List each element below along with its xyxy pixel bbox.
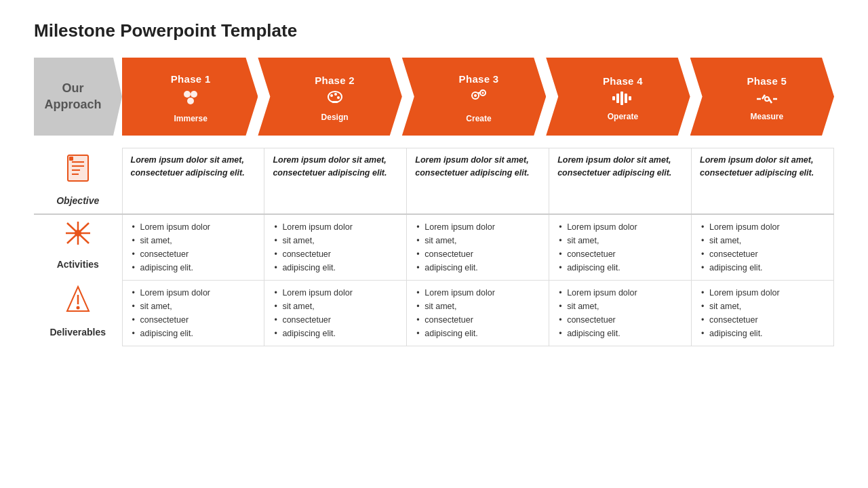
- phase-4-name: Operate: [608, 112, 638, 121]
- objective-cell-3: Lorem ipsum dolor sit amet, consectetuer…: [407, 148, 549, 214]
- svg-point-20: [765, 97, 769, 101]
- objective-cell-4: Lorem ipsum dolor sit amet, consectetuer…: [549, 148, 692, 214]
- svg-rect-29: [69, 157, 73, 161]
- activities-cell-5: Lorem ipsum dolor sit amet, consectetuer…: [692, 214, 834, 281]
- svg-rect-15: [620, 92, 623, 105]
- deliverables-cell-4: Lorem ipsum dolor sit amet, consectetuer…: [549, 280, 692, 346]
- activities-icon: [64, 220, 92, 255]
- svg-rect-13: [612, 96, 615, 100]
- deliverables-row: Deliverables Lorem ipsum dolor sit amet,…: [34, 280, 834, 346]
- svg-point-37: [76, 306, 79, 310]
- deliverables-icon: [66, 285, 90, 323]
- activities-row: Activities Lorem ipsum dolor sit amet, c…: [34, 214, 834, 281]
- objective-cell-2: Lorem ipsum dolor sit amet, consectetuer…: [264, 148, 407, 214]
- objective-row: Objective Lorem ipsum dolor sit amet, co…: [34, 148, 834, 214]
- phase-3-name: Create: [466, 114, 491, 123]
- svg-line-21: [769, 99, 772, 103]
- phase-chevron-row: OurApproach Phase 1 Immerse Phase 2: [34, 58, 834, 136]
- svg-point-5: [334, 93, 337, 96]
- phase-3-chevron: Phase 3 Create: [402, 58, 546, 136]
- svg-point-0: [184, 91, 191, 98]
- deliverables-cell-5: Lorem ipsum dolor sit amet, consectetuer…: [692, 280, 834, 346]
- svg-point-1: [191, 91, 197, 98]
- phase-5-icon: [755, 89, 778, 110]
- phase-5-label: Phase 5: [747, 75, 787, 87]
- phase-4-icon: [611, 89, 634, 110]
- activities-cell-4: Lorem ipsum dolor sit amet, consectetuer…: [549, 214, 692, 281]
- phase-2-name: Design: [321, 113, 349, 122]
- content-table: Objective Lorem ipsum dolor sit amet, co…: [34, 148, 834, 346]
- phase-2-icon: [325, 89, 345, 111]
- phases-container: Phase 1 Immerse Phase 2: [122, 58, 834, 136]
- deliverables-cell-2: Lorem ipsum dolor sit amet, consectetuer…: [264, 280, 407, 346]
- page-title: Milestone Powerpoint Template: [34, 20, 834, 41]
- phase-1-chevron: Phase 1 Immerse: [122, 58, 258, 136]
- activities-cell-2: Lorem ipsum dolor sit amet, consectetuer…: [264, 214, 407, 281]
- phase-4-chevron: Phase 4 Operate: [546, 58, 690, 136]
- phase-3-label: Phase 3: [459, 73, 499, 85]
- deliverables-header: Deliverables: [34, 280, 122, 346]
- deliverables-cell-3: Lorem ipsum dolor sit amet, consectetuer…: [407, 280, 549, 346]
- objective-title: Objective: [56, 194, 99, 208]
- phase-2-chevron: Phase 2 Design: [258, 58, 401, 136]
- objective-cell-1: Lorem ipsum dolor sit amet, consectetuer…: [122, 148, 264, 214]
- svg-point-34: [75, 230, 81, 237]
- svg-rect-14: [616, 94, 619, 103]
- approach-label: OurApproach: [34, 58, 122, 136]
- svg-point-11: [482, 92, 484, 94]
- svg-point-6: [337, 96, 340, 99]
- phase-3-icon: [469, 87, 489, 113]
- activities-header: Activities: [34, 214, 122, 281]
- objective-icon: [65, 154, 91, 191]
- svg-point-4: [330, 94, 333, 97]
- phase-5-name: Measure: [750, 112, 783, 121]
- svg-rect-7: [332, 101, 338, 103]
- phase-2-label: Phase 2: [315, 75, 355, 86]
- activities-cell-3: Lorem ipsum dolor sit amet, consectetuer…: [407, 214, 549, 281]
- phase-4-label: Phase 4: [603, 75, 643, 87]
- svg-rect-17: [629, 96, 631, 100]
- phase-1-icon: [180, 87, 201, 113]
- phase-1-label: Phase 1: [171, 73, 211, 85]
- svg-point-2: [187, 98, 194, 104]
- objective-header: Objective: [34, 148, 122, 214]
- activities-cell-1: Lorem ipsum dolor sit amet, consectetuer…: [122, 214, 264, 281]
- svg-rect-16: [625, 94, 627, 103]
- phase-5-chevron: Phase 5 Measure: [690, 58, 834, 136]
- activities-title: Activities: [57, 258, 99, 272]
- phase-1-name: Immerse: [174, 114, 208, 123]
- deliverables-cell-1: Lorem ipsum dolor sit amet, consectetuer…: [122, 280, 264, 346]
- deliverables-title: Deliverables: [50, 325, 106, 340]
- objective-cell-5: Lorem ipsum dolor sit amet, consectetuer…: [692, 148, 834, 214]
- svg-point-9: [474, 94, 477, 97]
